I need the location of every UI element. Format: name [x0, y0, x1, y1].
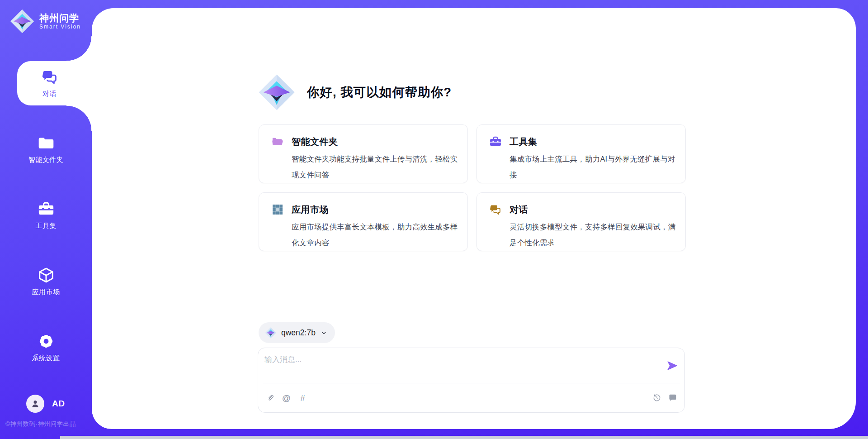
send-icon[interactable]: [666, 360, 678, 372]
hashtag-icon[interactable]: #: [298, 393, 307, 403]
card-description: 集成市场上主流工具，助力AI与外界无缝扩展与对接: [509, 151, 676, 183]
sidebar-item-toolset[interactable]: 工具集: [0, 193, 92, 238]
card-smart-folder[interactable]: 智能文件夹 智能文件夹功能支持批量文件上传与清洗，轻松实现文件问答: [259, 124, 468, 183]
user-name: AD: [52, 399, 65, 409]
greeting-text: 你好, 我可以如何帮助你?: [307, 84, 452, 100]
sidebar-item-chat[interactable]: 对话: [17, 61, 92, 105]
main-content: 你好, 我可以如何帮助你? 智能文件夹 智能文件夹功能支持批量文件上传与清洗，轻…: [92, 8, 856, 429]
horizontal-scrollbar[interactable]: [60, 436, 868, 439]
avatar: [26, 395, 44, 413]
message-input[interactable]: [264, 354, 644, 381]
sidebar-item-app-market[interactable]: 应用市场: [0, 259, 92, 304]
card-title: 对话: [509, 204, 528, 216]
toolbox-icon: [38, 200, 55, 218]
chevron-down-icon: [321, 329, 327, 336]
folder-icon: [38, 134, 55, 152]
card-title: 应用市场: [292, 204, 329, 216]
attachment-icon[interactable]: [265, 393, 275, 403]
greeting: 你好, 我可以如何帮助你?: [258, 74, 452, 111]
toolbox-icon: [489, 135, 502, 148]
model-logo-icon: [265, 327, 276, 339]
model-name: qwen2:7b: [281, 328, 316, 338]
card-toolset[interactable]: 工具集 集成市场上主流工具，助力AI与外界无缝扩展与对接: [476, 124, 686, 183]
sidebar-item-smart-folder[interactable]: 智能文件夹: [0, 127, 92, 172]
chat-bubbles-icon: [41, 68, 58, 86]
sidebar-item-label: 智能文件夹: [28, 156, 64, 164]
chat-bubbles-icon: [489, 203, 502, 216]
model-selector[interactable]: qwen2:7b: [259, 322, 335, 343]
gear-icon: [38, 333, 55, 350]
sidebar-item-label: 应用市场: [32, 288, 60, 296]
folder-open-icon: [271, 135, 284, 148]
sidebar-item-label: 系统设置: [32, 354, 60, 363]
card-title: 工具集: [509, 136, 538, 148]
person-icon: [30, 398, 41, 409]
sidebar-item-settings[interactable]: 系统设置: [0, 325, 92, 370]
message-composer: @ #: [258, 348, 685, 413]
brand-subtitle: Smart Vision: [39, 24, 81, 30]
feature-cards: 智能文件夹 智能文件夹功能支持批量文件上传与清洗，轻松实现文件问答 工具集 集成…: [259, 124, 687, 251]
history-icon[interactable]: [652, 393, 661, 403]
card-description: 智能文件夹功能支持批量文件上传与清洗，轻松实现文件问答: [292, 151, 458, 183]
brand-logo-icon: [10, 9, 34, 33]
greeting-logo-icon: [258, 74, 295, 111]
brand-name: 神州问学: [39, 13, 81, 24]
cube-icon: [38, 267, 55, 284]
card-title: 智能文件夹: [292, 136, 338, 148]
brand: 神州问学 Smart Vision: [10, 9, 81, 33]
copyright-footer: ©神州数码·神州问学出品: [5, 420, 75, 428]
card-app-market[interactable]: 应用市场 应用市场提供丰富长文本模板，助力高效生成多样化文章内容: [259, 192, 468, 251]
sidebar-item-label: 对话: [42, 90, 57, 98]
mention-icon[interactable]: @: [282, 393, 291, 403]
card-description: 灵活切换多模型文件，支持多样回复效果调试，满足个性化需求: [509, 219, 676, 251]
chat-bubble-icon[interactable]: [668, 393, 677, 403]
card-chat[interactable]: 对话 灵活切换多模型文件，支持多样回复效果调试，满足个性化需求: [476, 192, 686, 251]
sidebar-item-label: 工具集: [35, 222, 57, 230]
grid-icon: [271, 203, 284, 216]
card-description: 应用市场提供丰富长文本模板，助力高效生成多样化文章内容: [292, 219, 458, 251]
composer-toolbar: @ #: [258, 383, 684, 412]
user-account[interactable]: AD: [26, 395, 65, 413]
